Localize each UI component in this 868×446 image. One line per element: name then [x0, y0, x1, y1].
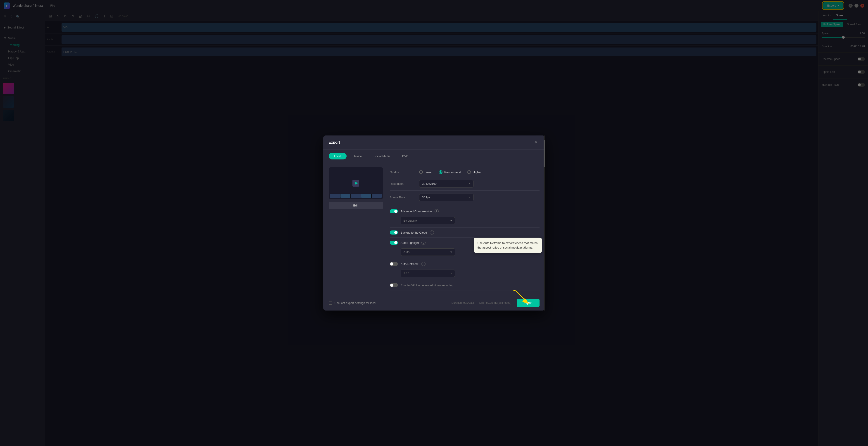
use-last-settings-row: Use last export settings for local	[329, 298, 376, 307]
framerate-label: Frame Rate	[390, 196, 419, 199]
footer-duration: Duration: 00:00:13	[452, 301, 474, 305]
resolution-row: Resolution 3840x2160 ▾	[390, 177, 539, 191]
modal-scrollbar[interactable]	[544, 135, 545, 311]
quality-lower-label: Lower	[425, 170, 433, 174]
preview-edit-button[interactable]: Edit	[329, 202, 383, 209]
filmstrip-cell	[372, 194, 382, 198]
quality-lower-radio	[419, 170, 423, 174]
auto-reframe-knob	[390, 262, 393, 265]
auto-reframe-ratio-chevron: ▾	[451, 272, 452, 275]
gpu-label: Enable GPU accelerated video encoding	[401, 284, 454, 287]
auto-reframe-ratio: 9:16	[404, 272, 409, 275]
modal-settings: Quality Lower Recommend Higher	[390, 167, 539, 290]
modal-close-button[interactable]: ✕	[532, 139, 539, 146]
auto-highlight-knob	[394, 241, 398, 244]
auto-reframe-row: Auto Reframe ?	[390, 262, 426, 266]
gpu-toggle[interactable]	[390, 283, 398, 287]
modal-tab-social[interactable]: Social Media	[368, 153, 396, 159]
use-last-settings-label: Use last export settings for local	[335, 301, 376, 305]
modal-preview: Edit	[329, 167, 383, 290]
auto-reframe-tooltip: Use Auto Reframe to export videos that m…	[474, 238, 542, 253]
filmstrip	[330, 194, 382, 198]
advanced-compression-row: Advanced Compression ?	[390, 209, 439, 213]
advanced-compression-toggle[interactable]	[390, 209, 398, 213]
filmstrip-cell	[351, 194, 361, 198]
modal-tab-dvd[interactable]: DVD	[397, 153, 414, 159]
size-value: 80.05 MB(estimated)	[486, 301, 511, 305]
quality-lower-option[interactable]: Lower	[419, 170, 433, 174]
backup-cloud-inner: Backup to the Cloud ?	[390, 230, 434, 234]
preview-thumbnail	[329, 167, 383, 199]
quality-recommend-radio	[439, 170, 442, 174]
by-quality-label: By Quality	[404, 219, 417, 222]
export-modal: Export ✕ Local Device Social Media DVD	[323, 135, 545, 311]
modal-header: Export ✕	[323, 135, 545, 150]
auto-highlight-help-icon[interactable]: ?	[422, 241, 426, 245]
duration-label: Duration:	[452, 301, 463, 305]
auto-highlight-mode-select[interactable]: Auto ▾	[401, 248, 455, 256]
modal-overlay: Export ✕ Local Device Social Media DVD	[0, 0, 868, 446]
modal-footer: Use last export settings for local Durat…	[323, 295, 545, 311]
framerate-value: 30 fps	[422, 196, 430, 199]
auto-highlight-mode: Auto	[404, 250, 410, 254]
auto-reframe-help-icon[interactable]: ?	[422, 262, 426, 266]
framerate-chevron: ▾	[469, 196, 470, 199]
advanced-compression-help-icon[interactable]: ?	[435, 209, 439, 213]
size-label: Size:	[479, 301, 486, 305]
footer-export-button[interactable]: Export	[517, 299, 539, 307]
auto-highlight-toggle[interactable]	[390, 241, 398, 245]
quality-higher-radio	[467, 170, 471, 174]
quality-label: Quality	[390, 170, 419, 174]
gpu-knob	[390, 284, 393, 287]
resolution-chevron: ▾	[469, 182, 470, 185]
modal-scrollbar-thumb	[544, 140, 545, 167]
advanced-compression-label: Advanced Compression	[401, 210, 432, 213]
filmora-icon	[350, 178, 362, 189]
quality-higher-option[interactable]: Higher	[467, 170, 482, 174]
framerate-row: Frame Rate 30 fps ▾	[390, 191, 539, 204]
quality-row: Quality Lower Recommend Higher	[390, 167, 539, 177]
resolution-select[interactable]: 3840x2160 ▾	[419, 180, 473, 188]
gpu-row: Enable GPU accelerated video encoding	[390, 280, 539, 290]
modal-tabs: Local Device Social Media DVD	[323, 150, 545, 163]
modal-title: Export	[329, 140, 340, 145]
tooltip-text: Use Auto Reframe to export videos that m…	[477, 241, 538, 249]
filmstrip-cell	[340, 194, 350, 198]
modal-tab-local[interactable]: Local	[329, 153, 347, 159]
auto-highlight-chevron: ▾	[451, 250, 452, 254]
backup-cloud-help-icon[interactable]: ?	[430, 230, 434, 234]
quality-options: Lower Recommend Higher	[419, 170, 482, 174]
backup-cloud-knob	[394, 231, 398, 234]
quality-higher-label: Higher	[473, 170, 482, 174]
advanced-compression-section: Advanced Compression ? By Quality ▾	[390, 206, 539, 227]
advanced-compression-knob	[394, 210, 398, 213]
quality-recommend-option[interactable]: Recommend	[439, 170, 461, 174]
filmstrip-cell	[330, 194, 340, 198]
auto-highlight-label: Auto Highlight	[401, 241, 419, 245]
resolution-label: Resolution	[390, 182, 419, 186]
modal-body: Edit Quality Lower Recommend	[323, 163, 545, 295]
auto-reframe-ratio-select[interactable]: 9:16 ▾	[401, 269, 455, 277]
auto-reframe-label: Auto Reframe	[401, 262, 419, 266]
footer-right: Duration: 00:00:13 Size: 80.05 MB(estima…	[452, 299, 539, 307]
duration-value: 00:00:13	[463, 301, 474, 305]
footer-size: Size: 80.05 MB(estimated)	[479, 301, 511, 305]
modal-tab-device[interactable]: Device	[347, 153, 367, 159]
backup-cloud-row: Backup to the Cloud ?	[390, 227, 539, 238]
filmstrip-cell	[361, 194, 371, 198]
settings-divider	[390, 205, 539, 205]
auto-reframe-section: Auto Reframe ? 9:16 ▾ Use Auto Reframe t…	[390, 259, 539, 280]
by-quality-select[interactable]: By Quality ▾	[401, 217, 455, 224]
quality-recommend-label: Recommend	[444, 170, 461, 174]
backup-cloud-label: Backup to the Cloud	[401, 231, 427, 234]
framerate-select[interactable]: 30 fps ▾	[419, 194, 473, 201]
auto-reframe-toggle[interactable]	[390, 262, 398, 266]
auto-highlight-row: Auto Highlight ?	[390, 241, 426, 245]
gpu-inner: Enable GPU accelerated video encoding	[390, 283, 454, 287]
use-last-settings-checkbox[interactable]	[329, 301, 332, 305]
resolution-value: 3840x2160	[422, 182, 437, 186]
backup-cloud-toggle[interactable]	[390, 230, 398, 234]
by-quality-chevron: ▾	[451, 219, 452, 222]
